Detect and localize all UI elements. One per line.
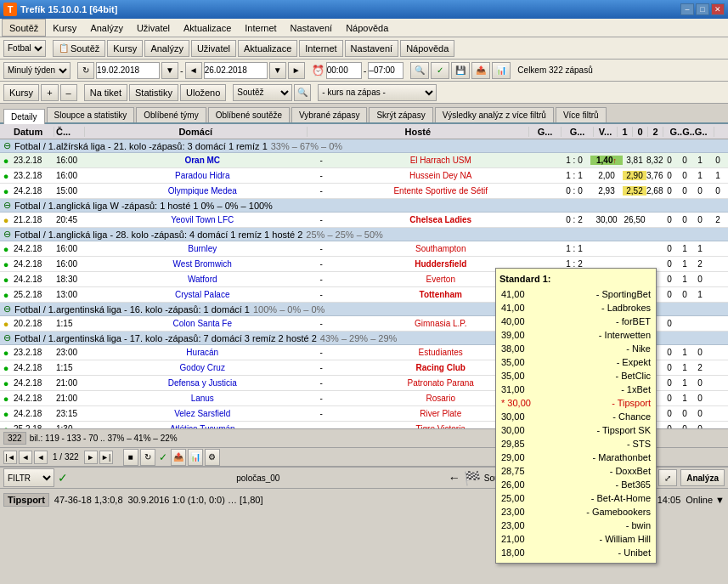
- minimize-button[interactable]: –: [680, 3, 694, 15]
- tab-vybrane[interactable]: Vybrané zápasy: [291, 107, 367, 122]
- popup-item[interactable]: 21,00- William Hill: [499, 532, 652, 546]
- next-date-btn[interactable]: ►: [288, 62, 305, 79]
- popup-item[interactable]: 39,00- Interwetten: [499, 328, 652, 342]
- menu-aktualizace[interactable]: Aktualizace: [177, 19, 238, 37]
- internet-tab-btn[interactable]: Internet: [299, 40, 342, 57]
- kursy-btn[interactable]: Kursy: [3, 84, 39, 101]
- export-btn[interactable]: 📤: [471, 62, 490, 79]
- tab-oblsouteze[interactable]: Oblíbené soutěže: [208, 107, 290, 122]
- natiket-btn[interactable]: Na tiket: [84, 84, 127, 101]
- match-row[interactable]: ● 24.2.18 15:00 Olympique Medea - Entent…: [0, 184, 728, 199]
- soutez-select[interactable]: Soutěž: [233, 84, 292, 101]
- col-g3[interactable]: G..G..G..: [663, 127, 714, 137]
- kurs-select[interactable]: - kurs na zápas -: [318, 84, 437, 101]
- minus-btn[interactable]: –: [60, 84, 77, 101]
- pager-export-btn[interactable]: 📤: [171, 449, 186, 466]
- popup-item[interactable]: 31,00- 1xBet: [499, 383, 652, 396]
- analyza-btn[interactable]: Analýza: [680, 469, 725, 486]
- pager-last-btn[interactable]: ►|: [99, 451, 113, 464]
- col-datum[interactable]: Datum: [12, 127, 54, 137]
- week-dropdown[interactable]: Minulý týden: [3, 62, 71, 79]
- online-status[interactable]: Online ▼: [686, 495, 725, 505]
- popup-item-chance[interactable]: 30,00- Chance: [499, 410, 652, 423]
- soutez-filter-btn[interactable]: 🔍: [294, 84, 311, 101]
- time-from-input[interactable]: [326, 62, 362, 79]
- ok-btn[interactable]: ✓: [431, 62, 449, 79]
- popup-item[interactable]: 35,00- Expekt: [499, 355, 652, 369]
- pager-chart-btn[interactable]: 📊: [188, 449, 203, 466]
- menu-napoveda[interactable]: Nápověda: [339, 19, 395, 37]
- pager-prev-btn[interactable]: ◄: [19, 451, 32, 464]
- resize-btn[interactable]: ⤢: [658, 469, 677, 486]
- date-to-input[interactable]: [204, 62, 268, 79]
- popup-item[interactable]: 30,00- Tipsport SK: [499, 423, 652, 437]
- prev-date-btn[interactable]: ◄: [185, 62, 202, 79]
- chart-btn[interactable]: 📊: [492, 62, 511, 79]
- popup-item[interactable]: 18,00- Unibet: [499, 546, 652, 559]
- tab-vysledky[interactable]: Výsledky analýz z více filtrů: [435, 107, 554, 122]
- pager-settings-btn[interactable]: ⚙: [205, 449, 220, 466]
- close-button[interactable]: ✕: [711, 3, 725, 15]
- save-btn[interactable]: 💾: [451, 62, 470, 79]
- menu-nastaveni[interactable]: Nastavení: [284, 19, 340, 37]
- filter-select[interactable]: FILTR: [3, 468, 54, 487]
- pager-stop-btn[interactable]: ■: [123, 449, 138, 466]
- pager-next-btn[interactable]: ►: [84, 451, 98, 464]
- filter-btn[interactable]: 🔍: [410, 62, 429, 79]
- col-0[interactable]: 0: [633, 127, 648, 137]
- popup-item-starred[interactable]: * 30,00- Tipsport: [499, 396, 652, 410]
- time-to-input[interactable]: [368, 62, 404, 79]
- league-expand-icon[interactable]: ⊖: [3, 200, 11, 211]
- nastaveni-tab-btn[interactable]: Nastavení: [345, 40, 399, 57]
- menu-analyzy[interactable]: Analýzy: [83, 19, 130, 37]
- league-expand-icon[interactable]: ⊖: [3, 229, 11, 240]
- menu-soutez[interactable]: Soutěž: [2, 19, 46, 37]
- plus-btn[interactable]: +: [41, 84, 58, 101]
- calendar-from-btn[interactable]: ▼: [161, 62, 178, 79]
- uzivatel-tab-btn[interactable]: Uživatel: [191, 40, 236, 57]
- league-expand-icon[interactable]: ⊖: [3, 332, 11, 343]
- pager-prev2-btn[interactable]: ◄: [34, 451, 48, 464]
- menu-uzivatel[interactable]: Uživatel: [130, 19, 177, 37]
- analyzy-tab-btn[interactable]: Analýzy: [144, 40, 189, 57]
- popup-item[interactable]: 35,00- BetClic: [499, 369, 652, 383]
- match-row[interactable]: ● 24.2.18 16:00 Burnley - Southampton 1 …: [0, 241, 728, 257]
- col-g2[interactable]: G...: [562, 127, 594, 137]
- popup-item[interactable]: 28,75- DoxxBet: [499, 464, 652, 478]
- match-row[interactable]: ● 23.2.18 16:00 Paradou Hidra - Hussein …: [0, 168, 728, 184]
- tab-obltymi[interactable]: Oblíbené týmy: [136, 107, 206, 122]
- league-expand-icon[interactable]: ⊖: [3, 140, 11, 151]
- sport-dropdown[interactable]: Fotbal: [3, 40, 46, 57]
- popup-item[interactable]: 23,00- Gamebookers: [499, 505, 652, 519]
- col-2[interactable]: 2: [648, 127, 663, 137]
- match-row[interactable]: ● 21.2.18 20:45 Yeovil Town LFC - Chelse…: [0, 213, 728, 228]
- league-expand-icon[interactable]: ⊖: [3, 303, 11, 315]
- popup-item[interactable]: 41,00- SportingBet: [499, 287, 652, 301]
- col-cas[interactable]: Č...: [54, 127, 85, 137]
- tab-sloupce[interactable]: Sloupce a statistiky: [47, 107, 135, 122]
- match-row[interactable]: ● 23.2.18 16:00 Oran MC - El Harrach USM…: [0, 153, 728, 168]
- menu-internet[interactable]: Internet: [238, 19, 283, 37]
- tab-skryt[interactable]: Skrýt zápasy: [369, 107, 432, 122]
- popup-item[interactable]: 40,00- forBET: [499, 315, 652, 328]
- col-v[interactable]: V...: [594, 127, 618, 137]
- maximize-button[interactable]: □: [696, 3, 709, 15]
- soutez-tab-btn[interactable]: 📋 Soutěž: [53, 40, 105, 57]
- calendar-to-btn[interactable]: ▼: [269, 62, 286, 79]
- ulozeno-btn[interactable]: Uloženo: [180, 84, 226, 101]
- aktualizace-tab-btn[interactable]: Aktualizace: [238, 40, 297, 57]
- napoveda-tab-btn[interactable]: Nápověda: [400, 40, 454, 57]
- popup-item[interactable]: 38,00- Nike: [499, 342, 652, 355]
- kursy-tab-btn[interactable]: Kursy: [107, 40, 143, 57]
- pager-first-btn[interactable]: |◄: [3, 451, 17, 464]
- tab-vicefiltr[interactable]: Více filtrů: [556, 107, 607, 122]
- popup-item[interactable]: 29,85- STS: [499, 437, 652, 451]
- pager-refresh2-btn[interactable]: ↻: [140, 449, 155, 466]
- refresh-btn[interactable]: ↻: [77, 62, 94, 79]
- popup-item[interactable]: 23,00- bwin: [499, 519, 652, 532]
- popup-item[interactable]: 26,00- Bet365: [499, 478, 652, 491]
- popup-item[interactable]: 41,00- Ladbrokes: [499, 301, 652, 315]
- left-arrow-icon[interactable]: ←: [449, 471, 460, 485]
- tab-detaily[interactable]: Detaily: [3, 109, 45, 124]
- date-from-input[interactable]: [96, 62, 160, 79]
